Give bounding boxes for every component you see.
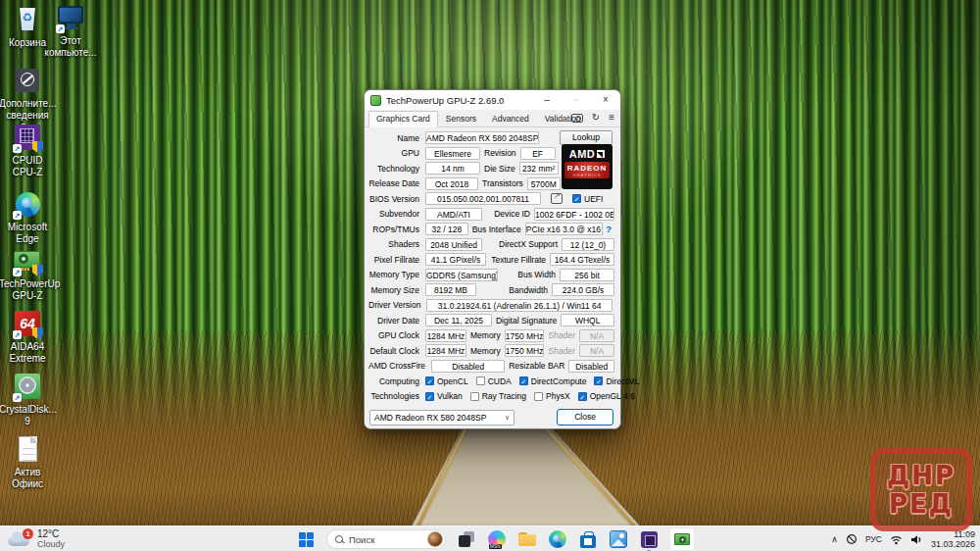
store-icon: [580, 535, 596, 548]
refresh-icon[interactable]: ↻: [592, 113, 600, 123]
memory-size-field[interactable]: 8192 MB: [425, 283, 476, 296]
tab-graphics-card[interactable]: Graphics Card: [368, 111, 438, 127]
copilot-icon: MSN: [488, 530, 506, 548]
resizable-bar-field[interactable]: Disabled: [568, 360, 614, 373]
checkbox-item-vulkan[interactable]: ✓Vulkan: [425, 391, 463, 401]
checkbox-box[interactable]: ✓: [578, 392, 587, 401]
checkbox-box[interactable]: ✓: [425, 392, 434, 401]
gpu-clock-field[interactable]: 1284 MHz: [425, 329, 466, 342]
checkbox-item-physx[interactable]: PhysX: [534, 391, 570, 401]
help-icon[interactable]: ?: [603, 224, 614, 234]
checkbox-box[interactable]: [534, 392, 543, 401]
revision-field[interactable]: EF: [520, 147, 556, 160]
driver-date-field[interactable]: Dec 11, 2025: [425, 314, 492, 326]
close-window-button[interactable]: ×: [591, 90, 620, 110]
subvendor-field[interactable]: AMD/ATI: [425, 208, 482, 221]
checkbox-box[interactable]: [470, 392, 479, 401]
checkbox-label: OpenGL 4.6: [590, 391, 635, 401]
weather-widget[interactable]: 1 12°C Cloudy: [8, 528, 65, 549]
wifi-icon[interactable]: [890, 534, 903, 545]
menu-hamburger-icon[interactable]: ≡: [609, 113, 614, 123]
desktop-icon-aktiv-office[interactable]: Актив Офиис: [0, 435, 56, 489]
screenshot-camera-icon[interactable]: [571, 114, 583, 123]
desktop-icon-photo-info[interactable]: Дополните...сведения о...: [0, 67, 56, 132]
name-label: Name: [368, 133, 425, 143]
do-not-disturb-icon[interactable]: [846, 533, 858, 545]
copilot-button[interactable]: MSN: [487, 529, 507, 549]
checkbox-item-directml[interactable]: ✓DirectML: [594, 376, 639, 386]
desktop-icon-cpuid-cpu-z[interactable]: ↗ CPUID CPU-Z: [0, 124, 56, 177]
name-field[interactable]: AMD Radeon RX 580 2048SP: [425, 131, 539, 144]
clock[interactable]: 11:09 31.03.2026: [931, 529, 975, 549]
gpu-selector-value: AMD Radeon RX 580 2048SP: [374, 413, 486, 423]
checkbox-box[interactable]: [476, 376, 485, 385]
tab-advanced[interactable]: Advanced: [484, 111, 537, 126]
bus-interface-field[interactable]: PCIe x16 3.0 @ x16 1.1: [525, 223, 603, 235]
release-date-field[interactable]: Oct 2018: [425, 177, 478, 190]
checkbox-box[interactable]: ✓: [594, 376, 603, 385]
rops-tmus-field[interactable]: 32 / 128: [425, 223, 468, 235]
gpu-selector-dropdown[interactable]: AMD Radeon RX 580 2048SP∨: [369, 410, 514, 426]
checkbox-item-ray-tracing[interactable]: Ray Tracing: [470, 391, 526, 401]
bios-field[interactable]: 015.050.002.001.007811: [425, 192, 541, 205]
bus-width-field[interactable]: 256 bit: [560, 269, 614, 281]
checkbox-item-cuda[interactable]: CUDA: [476, 376, 512, 386]
uefi-checkbox[interactable]: ✓: [572, 194, 581, 203]
die-size-label: Die Size: [480, 164, 519, 174]
desktop-icon-this-pc[interactable]: ↗ Этоткомпьюте...: [42, 4, 99, 58]
driver-version-field[interactable]: 31.0.21924.61 (Adrenalin 26.1.1) / Win11…: [426, 299, 612, 312]
technology-field[interactable]: 14 nm: [425, 162, 480, 175]
start-button[interactable]: [296, 529, 316, 549]
directx-field[interactable]: 12 (12_0): [562, 238, 614, 251]
memory-clock-field[interactable]: 1750 MHz: [505, 329, 544, 342]
shortcut-arrow-icon: ↗: [13, 330, 22, 339]
device-id-field[interactable]: 1002 6FDF - 1002 0B31: [534, 208, 614, 221]
digital-signature-field[interactable]: WHQL: [561, 314, 614, 326]
checkbox-box[interactable]: ✓: [425, 376, 434, 385]
checkbox-item-directcompute[interactable]: ✓DirectCompute: [519, 376, 587, 386]
desktop-icon-aida64[interactable]: 64↗ AIDA64Extreme: [0, 310, 56, 364]
search-daily-image[interactable]: [427, 531, 443, 547]
lookup-button[interactable]: Lookup: [560, 130, 612, 145]
device-id-label: Device ID: [490, 209, 534, 219]
bandwidth-field[interactable]: 224.0 GB/s: [552, 283, 614, 296]
checkbox-label: DirectCompute: [531, 376, 587, 386]
icon-label: TechPowerUp: [0, 278, 56, 290]
uac-shield-icon: [32, 327, 43, 339]
store-button[interactable]: [578, 529, 598, 549]
title-bar[interactable]: TechPowerUp GPU-Z 2.69.0 – ▫ ×: [365, 90, 620, 110]
desktop-icon-gpu-z[interactable]: ↗ TechPowerUpGPU-Z: [0, 247, 56, 301]
transistors-field[interactable]: 5700M: [527, 177, 561, 190]
close-button[interactable]: Close: [557, 409, 613, 426]
release-date-label: Release Date: [368, 178, 425, 188]
volume-icon[interactable]: [910, 534, 923, 545]
crossfire-field[interactable]: Disabled: [431, 360, 505, 373]
tray-chevron-icon[interactable]: ∧: [831, 534, 838, 544]
tray-time: 11:09: [931, 529, 975, 539]
task-view-button[interactable]: [457, 529, 476, 549]
tab-sensors[interactable]: Sensors: [438, 111, 484, 126]
edge-button[interactable]: [548, 529, 567, 549]
cpu-z-taskbar-button[interactable]: [639, 529, 659, 549]
file-explorer-button[interactable]: [517, 529, 537, 549]
default-clock-field[interactable]: 1284 MHz: [425, 344, 466, 357]
share-bios-icon[interactable]: [551, 193, 563, 204]
checkbox-item-opengl-4-6[interactable]: ✓OpenGL 4.6: [578, 391, 635, 401]
checkbox-box[interactable]: ✓: [519, 376, 528, 385]
memory-type-field[interactable]: GDDR5 (Samsung): [425, 269, 498, 281]
die-size-field[interactable]: 232 mm²: [519, 162, 559, 175]
gpu-field[interactable]: Ellesmere: [425, 147, 480, 160]
gpu-z-taskbar-button-active[interactable]: [669, 527, 695, 551]
minimize-button[interactable]: –: [532, 90, 562, 110]
checkbox-item-opencl[interactable]: ✓OpenCL: [425, 376, 468, 386]
shaders-field[interactable]: 2048 Unified: [425, 238, 482, 251]
desktop-icon-crystaldisk[interactable]: ↗ CrystalDisk...9: [0, 373, 56, 426]
default-memory-field[interactable]: 1750 MHz: [505, 344, 544, 357]
desktop-icon-ms-edge[interactable]: ↗ MicrosoftEdge: [0, 190, 56, 244]
photos-button[interactable]: [609, 529, 628, 549]
texture-fillrate-field[interactable]: 164.4 GTexel/s: [550, 253, 614, 266]
pixel-fillrate-field[interactable]: 41.1 GPixel/s: [425, 253, 486, 266]
keyboard-language[interactable]: РУС: [865, 534, 882, 544]
memory-type-label: Memory Type: [368, 270, 425, 279]
search-box[interactable]: Поиск: [326, 529, 446, 549]
